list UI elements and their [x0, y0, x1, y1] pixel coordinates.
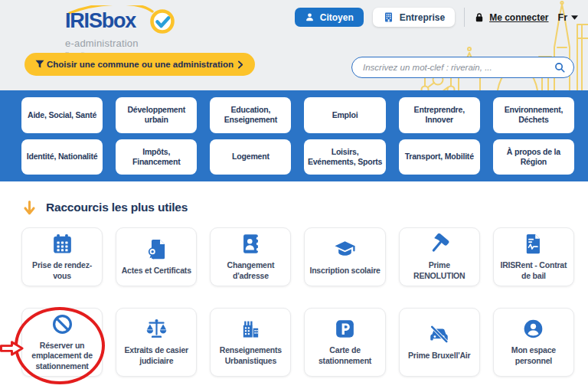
- shortcut-card[interactable]: Actes et Certificats: [116, 227, 197, 286]
- irisbox-homepage: IRISbox e-administration Paradigm Citoye…: [0, 0, 588, 392]
- shortcut-label: Réserver un emplacement de stationnement: [26, 341, 98, 372]
- certificate-icon: [145, 238, 168, 260]
- address-book-icon: [240, 233, 262, 255]
- down-arrow-icon: [23, 199, 36, 217]
- shortcut-label: Changement d'adresse: [214, 260, 286, 281]
- lock-icon: [474, 12, 485, 23]
- shortcut-label: Carte de stationnement: [309, 345, 381, 366]
- citoyen-button[interactable]: Citoyen: [295, 8, 364, 27]
- category-button[interactable]: Aide, Social, Santé: [21, 97, 103, 133]
- shortcut-card[interactable]: Prise de rendez-vous: [21, 227, 103, 286]
- header-actions: Citoyen Entreprise Me connecter Fr: [295, 8, 578, 27]
- shortcut-card[interactable]: Renseignements Urbanistiques: [210, 308, 291, 377]
- car-crossed-icon: [428, 323, 450, 345]
- graduation-cap-icon: [334, 238, 356, 260]
- logo-subtitle: e-administration: [65, 38, 200, 49]
- search-icon[interactable]: [554, 61, 566, 74]
- person-icon: [305, 12, 315, 22]
- entreprise-button[interactable]: Entreprise: [373, 8, 455, 27]
- login-link[interactable]: Me connecter: [474, 12, 548, 23]
- irisbox-logo[interactable]: IRISbox e-administration Paradigm: [65, 5, 200, 57]
- shortcut-card[interactable]: Mon espace personnel: [493, 308, 574, 377]
- category-button[interactable]: Environnement, Déchets: [493, 97, 574, 133]
- shortcut-label: Extraits de casier judiciaire: [120, 345, 192, 366]
- shortcut-label: Prime Bruxell'Air: [408, 351, 470, 361]
- category-button[interactable]: Logement: [210, 139, 291, 175]
- login-label: Me connecter: [489, 12, 548, 23]
- category-grid: Aide, Social, SantéDéveloppement urbainE…: [0, 90, 588, 181]
- category-button[interactable]: À propos de la Région: [493, 139, 574, 175]
- category-button[interactable]: Entreprendre, Innover: [399, 97, 480, 133]
- shortcut-label: IRISRent - Contrat de bail: [498, 260, 570, 281]
- building-icon: [383, 11, 394, 23]
- shortcut-card[interactable]: Inscription scolaire: [304, 227, 385, 286]
- language-label: Fr: [558, 12, 568, 23]
- category-button[interactable]: Transport, Mobilité: [399, 139, 480, 175]
- calendar-icon: [51, 233, 74, 255]
- category-button[interactable]: Emploi: [304, 97, 385, 133]
- header: IRISbox e-administration Paradigm Citoye…: [0, 0, 588, 90]
- search-input[interactable]: [363, 63, 554, 72]
- shortcuts-header: Raccourcis les plus utiles: [23, 198, 588, 217]
- search-bar: [351, 57, 574, 78]
- shortcut-card[interactable]: IRISRent - Contrat de bail: [493, 227, 574, 286]
- no-parking-icon: [51, 313, 74, 335]
- shortcut-card[interactable]: Carte de stationnement: [304, 308, 385, 377]
- shortcuts-heading: Raccourcis les plus utiles: [46, 201, 188, 214]
- shortcut-label: Renseignements Urbanistiques: [214, 345, 286, 366]
- choose-commune-button[interactable]: Choisir une commune ou une administratio…: [24, 53, 255, 76]
- contract-icon: [522, 233, 544, 255]
- shortcut-label: Actes et Certificats: [122, 266, 191, 276]
- buildings-icon: [240, 318, 262, 340]
- choose-commune-label: Choisir une commune ou une administratio…: [45, 60, 235, 69]
- category-button[interactable]: Développement urbain: [116, 97, 197, 133]
- shortcut-card[interactable]: Prime Bruxell'Air: [399, 308, 480, 377]
- shortcut-grid: Prise de rendez-vousActes et Certificats…: [21, 227, 574, 377]
- user-circle-icon: [522, 318, 544, 340]
- header-divider: [464, 8, 465, 27]
- hammer-icon: [428, 233, 450, 255]
- shortcut-label: Inscription scolaire: [309, 266, 380, 276]
- logo-title: IRISbox: [65, 9, 136, 32]
- chevron-right-icon: [235, 60, 245, 70]
- language-selector[interactable]: Fr: [558, 12, 579, 23]
- category-button[interactable]: Loisirs, Evénements, Sports: [304, 139, 385, 175]
- shortcut-card-highlighted[interactable]: Réserver un emplacement de stationnement: [21, 308, 103, 377]
- annotation-arrow-icon: [0, 340, 24, 357]
- scales-icon: [145, 318, 168, 340]
- filter-icon: [34, 59, 45, 70]
- citoyen-label: Citoyen: [320, 12, 354, 23]
- shortcut-card[interactable]: Extraits de casier judiciaire: [116, 308, 197, 377]
- caret-down-icon: [571, 15, 578, 20]
- category-button[interactable]: Impôts, Financement: [116, 139, 197, 175]
- shortcut-card[interactable]: Changement d'adresse: [210, 227, 291, 286]
- category-button[interactable]: Identité, Nationalité: [21, 139, 103, 175]
- shortcut-card[interactable]: Prime RENOLUTION: [399, 227, 480, 286]
- parking-sign-icon: [334, 318, 356, 340]
- irisbox-logo-mark: IRISbox: [65, 5, 200, 36]
- shortcut-label: Mon espace personnel: [498, 345, 570, 366]
- entreprise-label: Entreprise: [400, 12, 445, 23]
- checkmark-circle-icon: [152, 11, 173, 32]
- shortcut-label: Prise de rendez-vous: [26, 260, 98, 281]
- category-button[interactable]: Education, Enseignement: [210, 97, 291, 133]
- shortcut-label: Prime RENOLUTION: [403, 260, 475, 281]
